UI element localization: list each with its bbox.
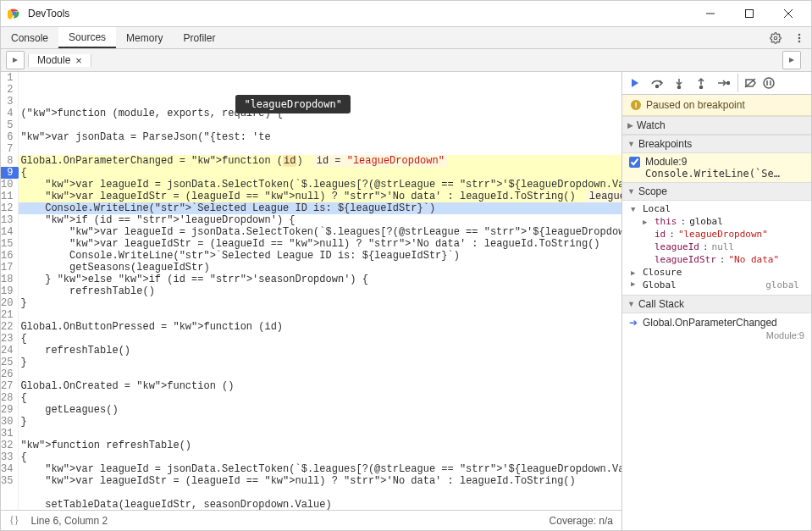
code-editor[interactable]: 1234567891011121314151617181920212223242… (1, 72, 621, 510)
tab-profiler[interactable]: Profiler (173, 27, 225, 48)
code-line[interactable]: "kw">if (id == "strr">'leagueDropdown') … (19, 214, 621, 226)
code-line[interactable]: } (19, 297, 621, 309)
tab-console[interactable]: Console (1, 27, 58, 48)
callstack-section-header[interactable]: ▼ Call Stack (622, 295, 811, 313)
line-number[interactable]: 18 (1, 274, 18, 285)
show-navigator-button[interactable] (6, 51, 25, 69)
code-line[interactable]: setTableData(leagueIdStr, seasonDropdown… (19, 499, 621, 510)
settings-icon[interactable] (764, 27, 787, 48)
breakpoints-section-header[interactable]: ▼ Breakpoints (622, 135, 811, 153)
code-line[interactable]: "kw">var leagueId = jsonData.SelectToken… (19, 179, 621, 191)
line-number[interactable]: 7 (1, 143, 18, 155)
callstack-frame[interactable]: ➔Global.OnParameterChanged Module:9 (622, 313, 811, 344)
breakpoint-checkbox[interactable] (629, 157, 640, 168)
line-number[interactable]: 10 (1, 179, 18, 191)
line-number[interactable]: 26 (1, 368, 18, 380)
step-into-button[interactable] (670, 74, 688, 92)
code-line[interactable] (19, 368, 621, 380)
line-number[interactable]: 30 (1, 416, 18, 428)
tab-sources[interactable]: Sources (58, 27, 116, 48)
line-number[interactable]: 5 (1, 119, 18, 131)
line-number[interactable]: 8 (1, 155, 18, 167)
scope-local[interactable]: ▼Local (627, 202, 806, 215)
code-line[interactable]: } "kw">else "kw">if (id == "strr">'seaso… (19, 274, 621, 285)
code-line[interactable]: "kw">var leagueIdStr = (leagueId == "kw"… (19, 191, 621, 202)
code-line[interactable] (19, 119, 621, 131)
resume-button[interactable] (626, 74, 644, 92)
code-line[interactable]: "kw">var leagueId = jsonData.SelectToken… (19, 463, 621, 475)
line-number[interactable]: 4 (1, 108, 18, 119)
run-snippet-button[interactable] (782, 51, 801, 69)
step-out-button[interactable] (692, 74, 710, 92)
line-number[interactable]: 19 (1, 285, 18, 297)
line-number[interactable]: 16 (1, 250, 18, 262)
pretty-print-icon[interactable]: {} (9, 514, 19, 527)
code-line[interactable]: "kw">function refreshTable() (19, 440, 621, 451)
code-line[interactable]: refreshTable() (19, 285, 621, 297)
line-number[interactable]: 23 (1, 333, 18, 345)
line-number[interactable]: 6 (1, 131, 18, 143)
code-line[interactable]: refreshTable() (19, 345, 621, 357)
code-line[interactable] (19, 487, 621, 499)
tab-memory[interactable]: Memory (116, 27, 173, 48)
line-number[interactable]: 15 (1, 238, 18, 250)
line-number[interactable]: 3 (1, 96, 18, 108)
watch-section-header[interactable]: ▶ Watch (622, 116, 811, 135)
code-line[interactable]: getSeasons(leagueIdStr) (19, 262, 621, 274)
scope-closure[interactable]: ▶Closure (627, 266, 806, 279)
line-number[interactable]: 32 (1, 440, 18, 451)
scope-section-header[interactable]: ▼ Scope (622, 182, 811, 201)
line-number[interactable]: 24 (1, 345, 18, 357)
line-number[interactable]: 29 (1, 404, 18, 416)
more-icon[interactable] (787, 27, 811, 48)
code-line[interactable]: "kw">var leagueIdStr = (leagueId == "kw"… (19, 475, 621, 487)
code-line[interactable]: { (19, 451, 621, 463)
line-number[interactable]: 12 (1, 202, 18, 214)
breakpoint-item[interactable]: Module:9 Console.WriteLine(`Selecte… (622, 153, 811, 182)
line-number[interactable]: 34 (1, 463, 18, 475)
code-line[interactable]: "kw">var leagueId = jsonData.SelectToken… (19, 226, 621, 238)
line-number[interactable]: 20 (1, 297, 18, 309)
code-line[interactable]: Console.WriteLine("str">`Selected League… (19, 250, 621, 262)
line-number[interactable]: 2 (1, 84, 18, 96)
code-line[interactable]: } (19, 357, 621, 368)
line-number[interactable]: 9 (1, 167, 18, 179)
code-line[interactable] (19, 143, 621, 155)
code-line[interactable]: "kw">var leagueIdStr = (leagueId == "kw"… (19, 238, 621, 250)
code-line[interactable]: } (19, 416, 621, 428)
deactivate-breakpoints-button[interactable] (737, 74, 756, 92)
file-tab-module[interactable]: Module × (28, 54, 91, 67)
code-line[interactable]: { (19, 333, 621, 345)
line-number[interactable]: 28 (1, 392, 18, 404)
step-button[interactable] (714, 74, 732, 92)
maximize-button[interactable] (730, 1, 769, 26)
line-number[interactable]: 33 (1, 451, 18, 463)
scope-this[interactable]: ▶this: global (627, 215, 806, 228)
scope-global[interactable]: ▶Globalglobal (627, 279, 806, 291)
code-line[interactable]: "kw">var jsonData = ParseJson("{test: 't… (19, 131, 621, 143)
line-number[interactable]: 25 (1, 357, 18, 368)
line-number[interactable]: 27 (1, 380, 18, 392)
code-line[interactable]: { (19, 167, 621, 179)
line-number[interactable]: 14 (1, 226, 18, 238)
line-number[interactable]: 11 (1, 191, 18, 202)
code-line[interactable]: Console.WriteLine("str">`Selected League… (19, 202, 621, 214)
line-number[interactable]: 35 (1, 475, 18, 487)
pause-on-exceptions-button[interactable] (760, 74, 778, 92)
code-line[interactable] (19, 428, 621, 440)
line-number[interactable]: 22 (1, 321, 18, 333)
close-button[interactable] (769, 1, 808, 26)
code-line[interactable]: Global.OnParameterChanged = "kw">functio… (19, 155, 621, 167)
close-tab-icon[interactable]: × (75, 54, 82, 67)
code-line[interactable] (19, 309, 621, 321)
code-line[interactable]: { (19, 392, 621, 404)
code-line[interactable]: Global.OnCreated = "kw">function () (19, 380, 621, 392)
line-number[interactable]: 17 (1, 262, 18, 274)
line-number[interactable]: 1 (1, 72, 18, 84)
line-number[interactable]: 31 (1, 428, 18, 440)
minimize-button[interactable] (691, 1, 730, 26)
code-line[interactable]: Global.OnButtonPressed = "kw">function (… (19, 321, 621, 333)
step-over-button[interactable] (648, 74, 666, 92)
code-line[interactable]: getLeagues() (19, 404, 621, 416)
line-number[interactable]: 13 (1, 214, 18, 226)
